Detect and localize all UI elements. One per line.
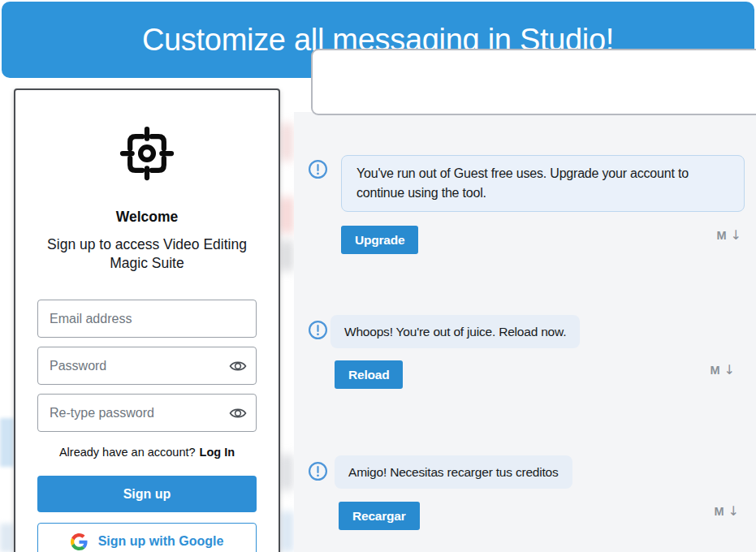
login-prompt-text: Already have an account? xyxy=(59,446,196,459)
retype-password-input[interactable] xyxy=(37,394,257,432)
arrow-down-icon: ↓ xyxy=(728,503,739,519)
background-artifact xyxy=(0,418,14,467)
eye-icon[interactable] xyxy=(228,356,248,376)
background-artifact xyxy=(280,240,293,271)
message-bubble: Whoops! You're out of juice. Reload now. xyxy=(330,315,580,348)
shortcut-key: M xyxy=(717,229,727,242)
canvas-bottom-edge xyxy=(311,49,756,115)
shortcut-key: M xyxy=(715,505,724,518)
info-icon xyxy=(308,320,328,340)
background-artifact xyxy=(279,197,294,233)
background-artifact xyxy=(280,455,293,490)
card-subtitle: Sign up to access Video Editing Magic Su… xyxy=(45,235,249,273)
signup-card: Welcome Sign up to access Video Editing … xyxy=(14,88,280,552)
arrow-down-icon: ↓ xyxy=(724,362,735,377)
shortcut-hint: M ↓ xyxy=(711,362,736,377)
message-bubble: Amigo! Necesitas recarger tus creditos xyxy=(335,455,572,489)
eye-icon[interactable] xyxy=(228,403,248,423)
background-artifact xyxy=(0,524,14,552)
login-link[interactable]: Log In xyxy=(200,446,235,459)
card-title: Welcome xyxy=(37,209,257,226)
google-icon xyxy=(71,533,88,550)
login-prompt: Already have an account?Log In xyxy=(37,446,257,459)
google-signup-button[interactable]: Sign up with Google xyxy=(37,523,257,552)
app-logo-icon xyxy=(114,121,179,186)
arrow-down-icon: ↓ xyxy=(731,227,741,243)
signup-button[interactable]: Sign up xyxy=(37,476,257,512)
message-bubble: You've run out of Guest free uses. Upgra… xyxy=(341,155,745,212)
google-signup-label: Sign up with Google xyxy=(98,534,224,549)
background-artifact xyxy=(280,123,293,161)
shortcut-hint: M ↓ xyxy=(715,503,740,519)
shortcut-hint: M ↓ xyxy=(717,227,742,243)
background-artifact xyxy=(280,511,294,552)
recharge-button[interactable]: Recargar xyxy=(339,502,420,530)
reload-button[interactable]: Reload xyxy=(335,360,403,389)
info-icon xyxy=(308,461,328,481)
password-input[interactable] xyxy=(37,347,257,385)
shortcut-key: M xyxy=(711,364,720,377)
email-input[interactable] xyxy=(37,300,257,338)
info-icon xyxy=(308,159,328,179)
upgrade-button[interactable]: Upgrade xyxy=(341,226,418,254)
